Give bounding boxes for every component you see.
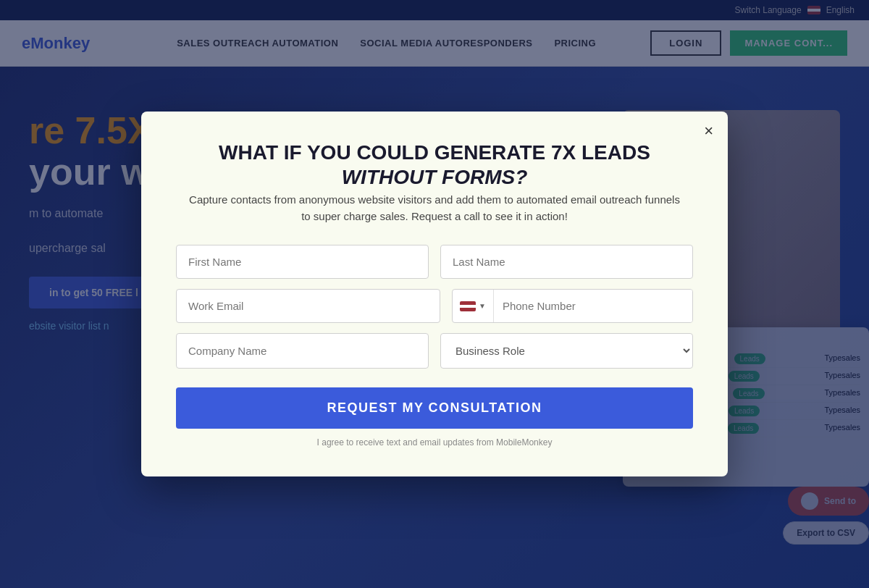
modal-title-line2: WITHOUT FORMS? — [342, 166, 528, 188]
consent-text: I agree to receive text and email update… — [176, 437, 693, 448]
modal-subtitle: Capture contacts from anonymous website … — [188, 192, 681, 224]
submit-button[interactable]: REQUEST MY CONSULTATION — [176, 387, 693, 429]
modal-title-line1: WHAT IF YOU COULD GENERATE 7X LEADS — [219, 141, 650, 164]
modal-title: WHAT IF YOU COULD GENERATE 7X LEADS WITH… — [176, 140, 693, 189]
phone-flag-selector[interactable]: ▼ — [453, 290, 494, 322]
phone-input[interactable] — [494, 290, 692, 322]
modal-overlay: × WHAT IF YOU COULD GENERATE 7X LEADS WI… — [0, 0, 869, 588]
phone-wrapper: ▼ — [452, 289, 693, 323]
work-email-input[interactable] — [176, 289, 440, 323]
modal-close-button[interactable]: × — [704, 123, 713, 139]
business-role-select[interactable]: Business Role CEO / Founder Marketing Ma… — [440, 333, 693, 369]
modal: × WHAT IF YOU COULD GENERATE 7X LEADS WI… — [141, 112, 728, 476]
phone-flag-image — [460, 301, 476, 311]
phone-chevron-icon: ▼ — [479, 302, 486, 310]
company-name-input[interactable] — [176, 333, 429, 369]
form-row-name — [176, 245, 693, 279]
form-row-contact: ▼ — [176, 289, 693, 323]
first-name-input[interactable] — [176, 245, 429, 279]
form-row-company: Business Role CEO / Founder Marketing Ma… — [176, 333, 693, 369]
last-name-input[interactable] — [440, 245, 693, 279]
